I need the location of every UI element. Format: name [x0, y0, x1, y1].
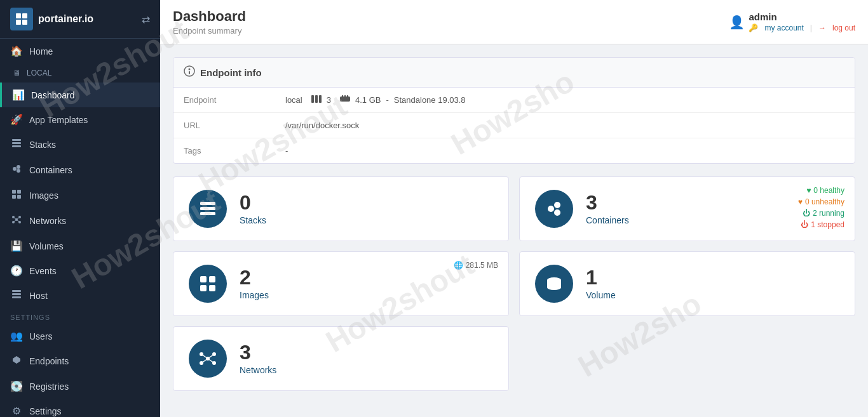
sidebar-item-registries[interactable]: 💽 Registries [0, 374, 160, 399]
header-user-info: admin 🔑 my account | → log out [749, 11, 855, 32]
svg-line-62 [208, 359, 214, 363]
page-subtitle: Endpoint summary [173, 26, 246, 36]
sidebar-item-app-templates[interactable]: 🚀 App Templates [0, 107, 160, 132]
sidebar-item-settings[interactable]: ⚙ Settings [0, 399, 160, 417]
svg-rect-25 [12, 296, 21, 298]
sidebar-item-volumes[interactable]: 💾 Volumes [0, 234, 160, 258]
widget-networks[interactable]: 3 Networks [173, 326, 509, 391]
svg-point-46 [554, 209, 560, 216]
endpoint-info-table: Endpoint local 3 4.1 GB - [173, 88, 855, 163]
my-account-link[interactable]: my account [764, 23, 803, 32]
header: Dashboard Endpoint summary 👤 admin 🔑 my … [160, 0, 868, 44]
url-row: URL /var/run/docker.sock [173, 113, 855, 138]
containers-label: Containers [586, 215, 629, 225]
svg-rect-10 [12, 190, 16, 194]
svg-point-45 [554, 202, 560, 208]
svg-rect-36 [319, 95, 322, 103]
size-text: 281.5 MB [466, 261, 498, 270]
svg-rect-39 [344, 95, 346, 97]
sidebar-item-containers[interactable]: Containers [0, 157, 160, 183]
svg-rect-41 [200, 202, 215, 205]
endpoint-info-title: Endpoint info [200, 67, 262, 78]
stacks-widget-icon-circle [189, 190, 227, 228]
endpoint-info-icon [184, 65, 195, 79]
sidebar-item-events-label: Events [29, 266, 57, 276]
local-icon: 🖥 [10, 69, 23, 77]
endpoints-icon [10, 355, 23, 367]
svg-line-21 [13, 220, 17, 222]
widget-volume[interactable]: 1 Volume [519, 251, 855, 316]
svg-line-60 [208, 354, 214, 359]
sidebar-item-stacks[interactable]: Stacks [0, 132, 160, 157]
header-user-links: 🔑 my account | → log out [749, 23, 855, 32]
sidebar-item-endpoints[interactable]: Endpoints [0, 348, 160, 374]
svg-point-53 [547, 285, 561, 290]
volumes-icon: 💾 [10, 240, 23, 252]
svg-line-61 [201, 359, 208, 363]
sidebar-item-users[interactable]: 👥 Users [0, 324, 160, 348]
url-value: /var/run/docker.sock [275, 113, 855, 138]
tags-value: - [275, 138, 855, 164]
endpoint-value: local 3 4.1 GB - Standalone 19.03.8 [275, 88, 855, 113]
tags-label: Tags [173, 138, 275, 164]
svg-rect-0 [16, 13, 21, 18]
running-power-icon: ⏻ [803, 209, 810, 218]
networks-icon [10, 215, 23, 227]
containers-icon [10, 164, 23, 176]
registries-icon: 💽 [10, 380, 23, 392]
widget-stacks[interactable]: 0 Stacks [173, 176, 509, 241]
sidebar-item-host-label: Host [29, 291, 48, 301]
sidebar-item-host[interactable]: Host [0, 283, 160, 308]
images-widget-info: 2 Images [240, 267, 269, 300]
images-meta: 🌐 281.5 MB [454, 261, 498, 270]
endpoint-separator: - [386, 95, 388, 105]
healthy-heart-icon: ♥ [806, 186, 811, 195]
sidebar-logo: portainer.io ⇄ [0, 0, 160, 39]
networks-widget-icon-circle [189, 340, 227, 378]
sidebar-item-networks[interactable]: Networks [0, 208, 160, 234]
memory-value: 4.1 GB [355, 95, 381, 105]
svg-point-32 [189, 69, 191, 70]
sidebar-item-dashboard[interactable]: 📊 Dashboard [0, 83, 160, 107]
widget-images[interactable]: 2 Images 🌐 281.5 MB [173, 251, 509, 316]
local-label: LOCAL [27, 69, 51, 77]
widgets-grid: 0 Stacks 3 Containers [173, 176, 855, 391]
containers-running: ⏻ 2 running [803, 209, 844, 218]
events-icon: 🕐 [10, 265, 23, 277]
tags-row: Tags - [173, 138, 855, 164]
svg-point-44 [548, 206, 554, 212]
containers-unhealthy: ♥ 0 unhealthy [798, 197, 844, 206]
images-label: Images [240, 290, 269, 300]
running-text: 2 running [813, 209, 844, 218]
stopped-power-icon: ⏻ [801, 220, 808, 229]
sidebar-item-events[interactable]: 🕐 Events [0, 258, 160, 283]
sidebar-item-images[interactable]: Images [0, 183, 160, 208]
svg-rect-50 [209, 285, 215, 291]
sidebar-item-settings-label: Settings [29, 406, 62, 416]
endpoint-row: Endpoint local 3 4.1 GB - [173, 88, 855, 113]
svg-line-19 [13, 217, 17, 220]
content-area: Endpoint info Endpoint local 3 [160, 44, 868, 417]
svg-rect-5 [12, 142, 21, 144]
sidebar-item-networks-label: Networks [29, 216, 66, 226]
sidebar-icon-1[interactable]: ⇄ [142, 13, 150, 25]
svg-rect-4 [12, 139, 21, 141]
app-name: portainer.io [38, 13, 93, 25]
widget-containers[interactable]: 3 Containers ♥ 0 healthy ♥ 0 unhealthy ⏻… [519, 176, 855, 241]
sidebar-item-app-templates-label: App Templates [29, 115, 88, 125]
sidebar-item-stacks-label: Stacks [29, 140, 56, 150]
svg-line-22 [17, 220, 20, 222]
images-icon [10, 189, 23, 202]
containers-count: 3 [586, 192, 629, 213]
sidebar-item-home[interactable]: 🏠 Home [0, 39, 160, 63]
endpoint-label: Endpoint [173, 88, 275, 113]
volume-count: 1 [586, 267, 616, 288]
url-label: URL [173, 113, 275, 138]
log-out-link[interactable]: log out [832, 23, 855, 32]
containers-widget-icon-circle [535, 190, 573, 228]
svg-rect-13 [17, 195, 21, 199]
svg-rect-48 [209, 276, 215, 282]
svg-rect-6 [12, 145, 21, 147]
cpu-count: 3 [327, 95, 331, 105]
svg-rect-33 [189, 71, 190, 74]
